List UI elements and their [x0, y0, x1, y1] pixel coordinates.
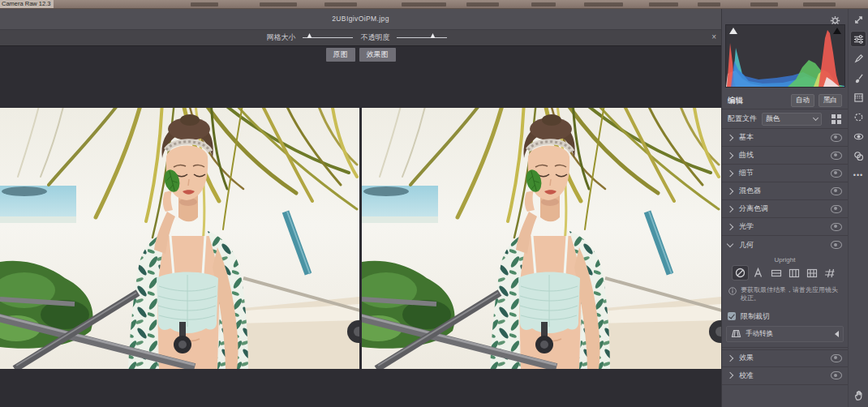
opacity-label: 不透明度 — [361, 32, 390, 43]
overlay-toolbar: 网格大小 不透明度 × — [0, 30, 721, 46]
section-detail[interactable]: 细节 — [722, 165, 848, 182]
section-effects[interactable]: 效果 — [722, 349, 848, 367]
more-icon[interactable]: ••• — [851, 168, 866, 182]
upright-off-icon[interactable] — [733, 266, 748, 280]
constrain-crop-label: 限制裁切 — [741, 311, 770, 322]
section-basic[interactable]: 基本 — [722, 129, 848, 147]
opacity-slider[interactable] — [397, 37, 447, 38]
constrain-crop-checkbox[interactable] — [728, 312, 736, 320]
graduated-filter-icon[interactable] — [851, 90, 866, 105]
eye-icon[interactable] — [831, 354, 842, 362]
image-viewport: 原图 效果图 — [0, 46, 721, 407]
eye-icon[interactable] — [831, 169, 842, 178]
chevron-right-icon — [727, 223, 733, 229]
edit-sliders-icon[interactable] — [851, 32, 866, 46]
section-label: 校准 — [739, 371, 754, 381]
original-view-button[interactable]: 原图 — [326, 48, 355, 62]
brush-icon[interactable] — [851, 71, 866, 85]
section-split-toning[interactable]: 分离色调 — [722, 200, 848, 218]
titlebar-decoration — [531, 2, 556, 6]
section-geometry: 几何 Upright — [722, 236, 848, 348]
chevron-right-icon — [727, 372, 733, 379]
section-label: 效果 — [739, 353, 754, 363]
histogram[interactable] — [725, 24, 845, 88]
title-bar: Camera Raw 12.3 — [0, 0, 868, 9]
red-eye-icon[interactable] — [851, 129, 866, 144]
chevron-right-icon — [727, 134, 733, 140]
chevron-right-icon — [727, 169, 733, 176]
expand-icon[interactable] — [851, 12, 866, 27]
highlight-clipping-indicator[interactable] — [833, 28, 841, 34]
titlebar-decoration — [402, 2, 446, 6]
titlebar-decoration — [584, 2, 623, 6]
section-label: 基本 — [739, 132, 754, 143]
snapshots-icon[interactable] — [851, 148, 866, 163]
section-color-mixer[interactable]: 混色器 — [722, 182, 848, 200]
chevron-down-icon — [813, 115, 819, 121]
photo-before[interactable] — [0, 108, 359, 369]
upright-auto-icon[interactable] — [750, 266, 766, 280]
hand-icon[interactable] — [851, 388, 866, 402]
geometry-info-text: 要获取最佳结果，请首先应用镜头校正。 — [741, 286, 841, 303]
grid-size-slider-thumb[interactable] — [307, 33, 312, 38]
section-label: 分离色调 — [739, 204, 768, 214]
view-toggle-group: 原图 效果图 — [0, 48, 721, 62]
section-label: 光学 — [739, 221, 754, 232]
chevron-right-icon — [727, 355, 733, 362]
eye-icon[interactable] — [831, 223, 842, 231]
geometry-header[interactable]: 几何 — [722, 236, 848, 254]
grid-size-slider[interactable] — [303, 37, 353, 38]
eye-icon[interactable] — [831, 205, 842, 213]
chevron-right-icon — [727, 187, 733, 194]
filename-label: 2UBIgivOiPM.jpg — [0, 15, 721, 23]
titlebar-decoration — [698, 2, 720, 6]
bw-button[interactable]: 黑白 — [819, 94, 842, 107]
auto-button[interactable]: 自动 — [791, 94, 814, 107]
file-bar: 2UBIgivOiPM.jpg — [0, 9, 721, 30]
collapse-left-icon[interactable] — [835, 331, 839, 337]
profile-label: 配置文件 — [728, 114, 757, 124]
section-calibration[interactable]: 校准 — [722, 367, 848, 385]
titlebar-decoration — [324, 2, 357, 6]
upright-vertical-icon[interactable] — [786, 266, 801, 280]
eye-icon[interactable] — [831, 134, 842, 142]
upright-guided-icon[interactable] — [822, 266, 837, 280]
heal-icon[interactable] — [851, 51, 866, 66]
grid-size-label: 网格大小 — [267, 32, 296, 43]
section-curves[interactable]: 曲线 — [722, 147, 848, 165]
titlebar-decoration — [260, 2, 297, 6]
manual-transform-row[interactable]: 手动转换 — [726, 326, 844, 342]
manual-transform-label: 手动转换 — [746, 329, 773, 339]
eye-icon[interactable] — [831, 241, 842, 249]
edit-panel: 编辑 自动 黑白 配置文件 颜色 — [721, 9, 868, 407]
chevron-right-icon — [727, 152, 733, 158]
photo-after[interactable] — [362, 108, 721, 369]
eye-icon[interactable] — [831, 371, 842, 379]
titlebar-decoration — [191, 2, 218, 6]
titlebar-decoration — [803, 2, 836, 6]
section-label: 混色器 — [739, 186, 761, 196]
profile-value: 颜色 — [766, 114, 814, 124]
section-label: 细节 — [739, 168, 754, 178]
section-label: 曲线 — [739, 150, 754, 161]
effect-view-button[interactable]: 效果图 — [359, 48, 396, 62]
histogram-graph — [726, 25, 844, 87]
profile-select[interactable]: 颜色 — [762, 113, 822, 126]
window-title: Camera Raw 12.3 — [0, 0, 54, 8]
chevron-right-icon — [727, 205, 733, 212]
radial-filter-icon[interactable] — [851, 109, 866, 124]
section-optics[interactable]: 光学 — [722, 218, 848, 236]
eye-icon[interactable] — [831, 152, 842, 160]
upright-level-icon[interactable] — [768, 266, 784, 280]
panel-body: 编辑 自动 黑白 配置文件 颜色 — [722, 92, 848, 385]
shadow-clipping-indicator[interactable] — [729, 28, 737, 34]
titlebar-decoration — [649, 2, 678, 6]
edit-title: 编辑 — [728, 96, 743, 106]
upright-mode-group — [722, 266, 848, 285]
upright-full-icon[interactable] — [804, 266, 819, 280]
close-overlay-icon[interactable]: × — [711, 32, 716, 42]
profile-browser-icon[interactable] — [831, 114, 842, 124]
opacity-slider-thumb[interactable] — [431, 33, 436, 38]
eye-icon[interactable] — [831, 187, 842, 195]
info-icon — [728, 287, 737, 295]
